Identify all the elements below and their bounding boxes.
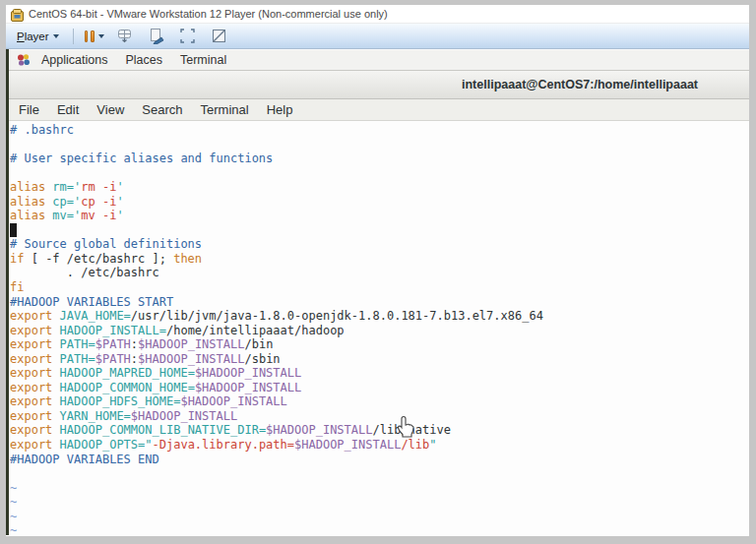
player-menu-button[interactable]: Player: [12, 29, 64, 44]
terminal-line: [10, 166, 749, 181]
code-segment: fi: [10, 280, 24, 294]
terminal-line: export HADOOP_HDFS_HOME=$HADOOP_INSTALL: [10, 394, 749, 409]
terminal-line: [10, 466, 749, 481]
terminal-line: # Source global definitions: [10, 237, 749, 252]
pause-icon[interactable]: [85, 30, 94, 42]
vmware-window-title: CentOS 64-bit - VMware Workstation 12 Pl…: [29, 8, 388, 20]
code-segment: YARN_HOME=: [60, 409, 131, 423]
code-segment: #HADOOP VARIABLES END: [10, 453, 159, 466]
terminal-line: # .bashrc: [10, 123, 749, 138]
text-cursor-block: [10, 223, 17, 237]
code-segment: /sbin: [244, 352, 280, 366]
menu-item-help[interactable]: Help: [258, 102, 302, 117]
code-segment: #HADOOP VARIABLES START: [10, 295, 173, 309]
terminal-line: export HADOOP_OPTS="-Djava.library.path=…: [10, 438, 749, 453]
code-segment: [52, 423, 59, 437]
terminal-menubar: FileEditViewSearchTerminalHelp: [9, 99, 749, 121]
code-segment: [52, 409, 59, 423]
code-segment: cp -i: [81, 195, 116, 209]
code-segment: export: [10, 324, 52, 337]
vmware-titlebar: CentOS 64-bit - VMware Workstation 12 Pl…: [6, 5, 749, 24]
terminal-line: export HADOOP_INSTALL=/home/intellipaaat…: [10, 324, 749, 338]
terminal-line: if [ -f /etc/bashrc ]; then: [10, 252, 749, 267]
terminal-line: [10, 138, 749, 152]
terminal-line: export HADOOP_COMMON_LIB_NATIVE_DIR=$HAD…: [10, 423, 749, 438]
terminal-line: #HADOOP VARIABLES END: [10, 453, 749, 467]
code-segment: alias: [10, 209, 45, 222]
terminal-line: export PATH=$PATH:$HADOOP_INSTALL/sbin: [10, 352, 749, 367]
code-segment: export: [10, 337, 52, 351]
code-segment: /home/intellipaaat/hadoop: [166, 324, 345, 337]
code-segment: [52, 394, 59, 408]
code-segment: $HADOOP_INSTALL: [195, 366, 301, 380]
terminal-line: ~: [10, 495, 749, 510]
terminal-line: ~: [10, 523, 749, 534]
terminal-line: export HADOOP_COMMON_HOME=$HADOOP_INSTAL…: [10, 381, 749, 395]
code-segment: :: [131, 352, 138, 366]
terminal-line: ~: [10, 481, 749, 496]
code-segment: ~: [10, 481, 17, 495]
menu-item-file[interactable]: File: [10, 102, 48, 117]
code-segment: [52, 366, 59, 380]
code-segment: :: [131, 337, 138, 351]
send-ctrl-alt-del-icon[interactable]: [116, 28, 134, 45]
grab-input-icon[interactable]: [148, 28, 165, 45]
player-menu-label: Player: [17, 30, 49, 42]
code-segment: rm -i: [81, 180, 116, 194]
code-segment: export: [10, 352, 52, 366]
code-segment: [52, 381, 59, 394]
terminal-line: export YARN_HOME=$HADOOP_INSTALL: [10, 409, 749, 424]
code-segment: HADOOP_COMMON_LIB_NATIVE_DIR=: [60, 423, 267, 437]
panel-item-places[interactable]: Places: [118, 53, 173, 67]
code-segment: # Source global definitions: [10, 237, 202, 251]
terminal-line: fi: [10, 280, 749, 295]
code-segment: export: [10, 409, 52, 423]
vmware-logo-icon: [11, 8, 24, 21]
code-segment: mv -i: [81, 209, 116, 222]
code-segment: # User specific aliases and functions: [10, 151, 273, 165]
panel-item-terminal[interactable]: Terminal: [173, 53, 237, 67]
code-segment: export: [10, 309, 52, 323]
menu-item-terminal[interactable]: Terminal: [192, 102, 258, 117]
applications-menu-icon: [17, 53, 31, 67]
panel-items: ApplicationsPlacesTerminal: [34, 53, 237, 67]
code-segment: $HADOOP_INSTALL: [138, 337, 244, 351]
vmware-toolbar: Player: [6, 24, 749, 49]
code-segment: ~: [10, 510, 17, 523]
code-segment: ~: [10, 523, 17, 534]
code-segment: HADOOP_OPTS=": [60, 438, 153, 452]
terminal-line: alias cp='cp -i': [10, 195, 749, 210]
code-segment: ": [429, 438, 436, 452]
code-segment: [52, 438, 59, 452]
menu-item-search[interactable]: Search: [133, 102, 191, 117]
menu-item-edit[interactable]: Edit: [48, 102, 88, 117]
terminal-line: . /etc/bashrc: [10, 266, 749, 280]
code-segment: $HADOOP_INSTALL: [131, 409, 237, 423]
vm-guest-screen: ApplicationsPlacesTerminal intellipaaat@…: [6, 49, 749, 535]
pause-dropdown-icon[interactable]: [98, 34, 104, 38]
code-segment: $PATH: [95, 352, 131, 366]
terminal-line: #HADOOP VARIABLES START: [10, 295, 749, 310]
menu-item-view[interactable]: View: [88, 102, 133, 117]
code-segment: $HADOOP_INSTALL: [266, 423, 372, 437]
code-segment: export: [10, 381, 52, 394]
code-segment: $HADOOP_INSTALL: [195, 381, 301, 394]
unity-mode-icon[interactable]: [211, 28, 228, 45]
code-segment: $HADOOP_INSTALL: [180, 394, 286, 408]
code-segment: cp=': [52, 195, 81, 209]
toolbar-separator: [73, 29, 74, 44]
code-segment: alias: [10, 180, 45, 194]
terminal-line: [10, 223, 749, 238]
code-segment: [ -f /etc/bashrc ];: [24, 252, 173, 266]
code-segment: PATH=: [60, 337, 95, 351]
terminal-titlebar[interactable]: intellipaaat@CentOS7:/home/intellipaaat: [9, 71, 749, 99]
code-segment: PATH=: [60, 352, 95, 366]
code-segment: then: [173, 252, 202, 266]
code-segment: export: [10, 366, 52, 380]
fullscreen-icon[interactable]: [179, 28, 197, 45]
terminal-content[interactable]: # .bashrc# User specific aliases and fun…: [9, 121, 749, 534]
code-segment: [52, 324, 59, 337]
terminal-line: ~: [10, 510, 749, 524]
panel-item-applications[interactable]: Applications: [34, 53, 118, 67]
code-segment: [52, 309, 59, 323]
